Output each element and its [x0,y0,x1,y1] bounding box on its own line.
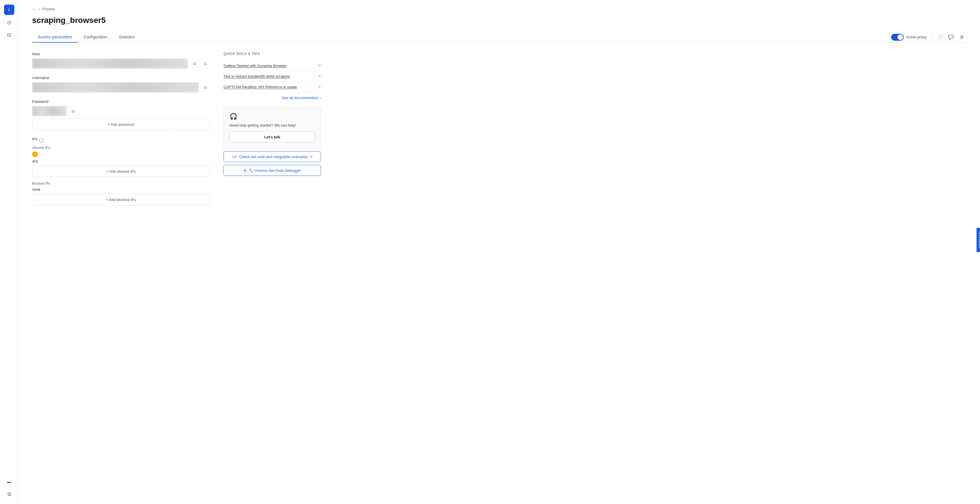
doc-link-2[interactable]: CAPTCHA handling: API Reference & usage … [224,82,321,92]
devtools-btn-label: 🔧 Chrome DevTools Debugger [248,168,301,173]
password-copy-icon: ⧉ [72,109,75,114]
content-row: Host ⧉ ⧉ Username [32,52,966,212]
active-proxy-toggle-container: Active proxy [891,34,926,41]
tab-action-icons: 📄 💬 🗑 [936,33,966,41]
host-value-row: ⧉ ⧉ [32,59,210,69]
external-icon: ↗ [309,155,313,159]
help-text: Need help getting started? We can help! [229,123,315,127]
main-content: ← ← Proxies scraping_browser5 Access par… [18,0,980,504]
lets-talk-btn[interactable]: Let's talk [229,132,315,142]
tabs-bar: Access parameters Configuration Statisti… [32,32,966,43]
host-label: Host [32,52,210,56]
tab-statistics[interactable]: Statistics [113,32,141,43]
blocked-ips-value: none [32,187,210,192]
sidebar-icon-card[interactable]: ▬ [4,477,14,487]
tabs-right-actions: Active proxy 📄 💬 🗑 [891,33,966,41]
username-copy-icon: ⧉ [204,85,207,90]
add-allowed-ips-btn[interactable]: + Add allowed IPs [32,165,210,177]
username-value [32,82,199,92]
external-link-icon-2: ↗ [318,84,321,89]
active-proxy-toggle[interactable] [891,34,904,41]
username-field-group: Username ⧉ [32,76,210,92]
left-column: Host ⧉ ⧉ Username [32,52,210,212]
add-blocked-ips-label: + Add blocked IPs [106,198,136,202]
host-copy2-btn[interactable]: ⧉ [201,59,210,68]
doc-link-1[interactable]: Tips to reduce bandwidth while scraping … [224,71,321,82]
sidebar-icon-settings[interactable]: ⚙ [4,489,14,499]
doc-link-0-text: Getting Started with Scraping Browser [224,63,286,68]
message-icon-btn[interactable]: 💬 [947,33,955,41]
code-examples-btn[interactable]: </> Check out code and integration examp… [224,151,321,162]
headset-icon: 🎧 [229,113,315,120]
sidebar-icon-location[interactable]: ◎ [4,17,14,27]
allowed-ips-label: Allowed IPs [32,146,210,150]
password-copy-btn[interactable]: ⧉ [69,107,77,116]
quick-docs-title: QUICK DOCS & TIPS [224,52,321,56]
doc-link-2-text: CAPTCHA handling: API Reference & usage [224,85,297,89]
sidebar-icon-info[interactable]: i [4,5,14,15]
page-title: scraping_browser5 [32,16,966,25]
card-icon: ▬ [7,479,11,484]
layers-icon: ⊟ [7,32,11,38]
username-label: Username [32,76,210,80]
tab-configuration[interactable]: Configuration [78,32,113,43]
accessibility-tab[interactable]: Accessibility [977,228,980,252]
info-icon: i [9,8,10,12]
lets-talk-label: Let's talk [264,135,280,139]
tab-divider [931,34,931,40]
back-link[interactable]: ← ← Proxies [32,7,966,11]
code-icon: </> [232,155,237,159]
devtools-icon: ⚙ [243,168,247,173]
password-value [32,106,67,116]
add-password-label: + Add password [108,122,134,127]
host-copy-btn[interactable]: ⧉ [190,59,199,68]
chevron-right-icon: › [320,96,321,100]
copy-icon: 📄 [937,34,943,40]
see-all-docs-link[interactable]: See all documentation › [224,96,321,100]
help-card: 🎧 Need help getting started? We can help… [224,107,321,148]
delete-icon-btn[interactable]: 🗑 [958,33,966,41]
settings-icon: ⚙ [7,491,11,498]
back-arrow-icon: ← [32,7,36,11]
add-password-btn[interactable]: + Add password [32,119,210,130]
host-copy-icon: ⧉ [193,61,196,66]
blocked-ips-label: Blocked IPs [32,182,210,185]
password-field-group: Password ⧉ + Add password [32,99,210,130]
external-link-icon-1: ↗ [318,74,321,78]
sidebar-icon-layers[interactable]: ⊟ [4,30,14,40]
toggle-knob [897,34,903,40]
host-copy2-icon: ⧉ [204,61,207,66]
password-label: Password [32,99,210,104]
host-value [32,59,188,69]
ips-label-row: IPs i [32,137,210,143]
back-label: ← Proxies [38,7,55,11]
copy-icon-btn[interactable]: 📄 [936,33,945,41]
devtools-btn[interactable]: ⚙ 🔧 Chrome DevTools Debugger [224,165,321,176]
accessibility-label: Accessibility [978,231,980,249]
ips-label: IPs [32,137,38,141]
add-blocked-ips-btn[interactable]: + Add blocked IPs [32,194,210,205]
message-icon: 💬 [948,34,954,40]
right-column: QUICK DOCS & TIPS Getting Started with S… [224,52,321,212]
username-blur [32,82,199,92]
delete-icon: 🗑 [960,35,964,40]
doc-link-1-text: Tips to reduce bandwidth while scraping [224,74,290,78]
doc-link-0[interactable]: Getting Started with Scraping Browser ↗ [224,60,321,71]
username-copy-btn[interactable]: ⧉ [201,83,210,92]
host-blur [32,59,188,69]
location-icon: ◎ [7,19,11,25]
username-value-row: ⧉ [32,82,210,92]
host-field-group: Host ⧉ ⧉ [32,52,210,69]
ips-info-icon[interactable]: i [39,138,44,143]
add-allowed-ips-label: + Add allowed IPs [106,169,136,174]
toggle-label: Active proxy [906,35,926,39]
see-all-label: See all documentation [282,96,319,100]
warning-icon: ⚠ [32,152,38,157]
ips-field-group: IPs i Allowed IPs ⚠ any + Add allowed IP… [32,137,210,205]
password-value-row: ⧉ [32,106,210,116]
external-link-icon-0: ↗ [318,63,321,68]
password-blur [32,106,67,116]
sidebar: i ◎ ⊟ ▬ ⚙ [0,0,18,504]
code-btn-label: Check out code and integration examples [239,155,307,159]
tab-access-parameters[interactable]: Access parameters [32,32,78,43]
